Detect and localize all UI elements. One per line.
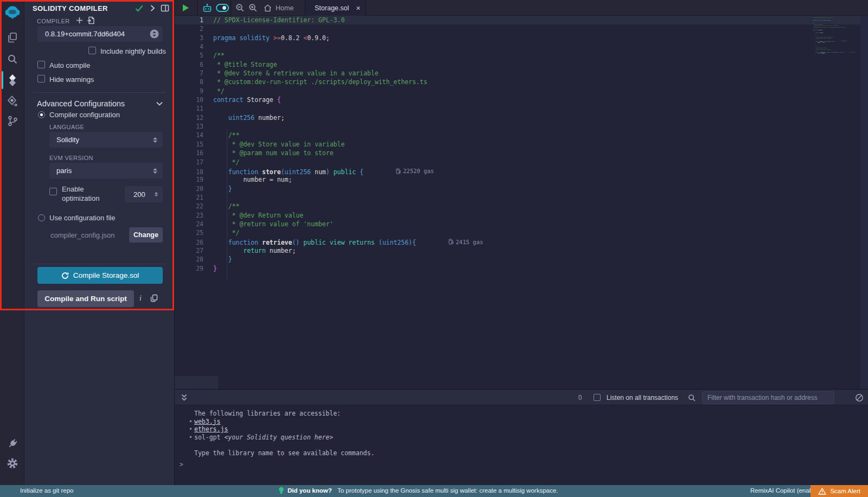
chevron-down-icon[interactable] bbox=[156, 101, 163, 106]
init-git-repo-button[interactable]: Initialize as git repo bbox=[20, 487, 73, 494]
line-number[interactable]: 19 bbox=[175, 175, 203, 184]
compile-button[interactable]: Compile Storage.sol bbox=[37, 267, 163, 284]
horizontal-scrollbar-thumb[interactable] bbox=[175, 376, 218, 389]
chevron-right-icon[interactable] bbox=[149, 4, 156, 12]
config-file-name[interactable]: compiler_config.json bbox=[50, 231, 115, 239]
code-line[interactable]: 19 number = num; bbox=[175, 175, 868, 184]
line-number[interactable]: 29 bbox=[175, 264, 203, 273]
tab-home[interactable]: Home bbox=[257, 0, 300, 16]
scam-alert-badge[interactable]: Scam Alert bbox=[810, 485, 868, 497]
code-line[interactable]: 28 } bbox=[175, 255, 868, 264]
open-compiler-file-icon[interactable] bbox=[87, 16, 95, 24]
line-number[interactable]: 10 bbox=[175, 95, 203, 104]
code-line[interactable]: 23 * @dev Return value bbox=[175, 211, 868, 220]
terminal-prompt[interactable]: > bbox=[180, 461, 183, 468]
evm-version-select[interactable]: paris bbox=[49, 163, 163, 179]
line-number[interactable]: 16 bbox=[175, 149, 203, 157]
code-line[interactable]: 27 return number; bbox=[175, 246, 868, 255]
editor-scrollbar[interactable] bbox=[860, 16, 868, 389]
line-number[interactable]: 6 bbox=[175, 60, 203, 69]
advanced-configurations-header[interactable]: Advanced Configurations bbox=[37, 99, 125, 108]
tab-storage-sol[interactable]: Storage.sol × bbox=[305, 0, 366, 16]
line-number[interactable]: 20 bbox=[175, 184, 203, 193]
line-number[interactable]: 17 bbox=[175, 158, 203, 167]
compile-success-check-icon[interactable] bbox=[135, 5, 143, 12]
run-script-play-button[interactable] bbox=[177, 0, 194, 16]
copy-icon[interactable] bbox=[150, 294, 158, 302]
code-line[interactable]: 24 * @return value of 'number' bbox=[175, 220, 868, 228]
zoom-out-icon[interactable] bbox=[233, 0, 247, 16]
ai-copilot-robot-icon[interactable] bbox=[199, 0, 215, 16]
code-line[interactable]: 25 */ bbox=[175, 228, 868, 237]
line-number[interactable]: 7 bbox=[175, 69, 203, 78]
code-line[interactable]: 7 * @dev Store & retrieve value in a var… bbox=[175, 69, 868, 78]
copilot-toggle-switch[interactable] bbox=[214, 0, 231, 16]
code-line[interactable]: 12 uint256 number; bbox=[175, 113, 868, 122]
code-line[interactable]: 2 bbox=[175, 24, 868, 33]
add-compiler-icon[interactable] bbox=[76, 17, 83, 24]
close-tab-icon[interactable]: × bbox=[356, 4, 360, 12]
compiler-configuration-radio[interactable] bbox=[38, 111, 45, 118]
code-line[interactable]: 4 bbox=[175, 42, 868, 51]
pin-panel-icon[interactable] bbox=[161, 4, 169, 12]
settings-gear-icon[interactable] bbox=[0, 454, 24, 473]
deploy-and-run-icon[interactable] bbox=[0, 92, 24, 111]
line-number[interactable]: 15 bbox=[175, 140, 203, 149]
info-icon[interactable]: i bbox=[139, 294, 142, 303]
transaction-filter-input[interactable] bbox=[702, 391, 834, 404]
code-line[interactable]: 29} bbox=[175, 264, 868, 273]
nightly-builds-checkbox[interactable] bbox=[88, 47, 96, 54]
git-icon[interactable] bbox=[0, 111, 24, 131]
hide-warnings-checkbox[interactable] bbox=[37, 75, 45, 82]
code-line[interactable]: 1// SPDX-License-Identifier: GPL-3.0 bbox=[175, 16, 868, 24]
line-number[interactable]: 12 bbox=[175, 113, 203, 122]
optimization-runs-input[interactable]: 200 bbox=[125, 186, 163, 202]
line-number[interactable]: 5 bbox=[175, 51, 203, 60]
file-explorer-icon[interactable] bbox=[0, 28, 24, 47]
line-number[interactable]: 21 bbox=[175, 193, 203, 202]
use-configuration-file-radio[interactable] bbox=[38, 214, 45, 221]
enable-optimization-checkbox[interactable] bbox=[49, 188, 57, 195]
code-line[interactable]: 21 bbox=[175, 193, 868, 202]
code-line[interactable]: 18 function store(uint256 num) public {2… bbox=[175, 167, 868, 175]
code-line[interactable]: 11 bbox=[175, 104, 868, 113]
compile-and-run-button[interactable]: Compile and Run script bbox=[37, 290, 134, 307]
code-line[interactable]: 15 * @dev Store value in variable bbox=[175, 140, 868, 149]
line-number[interactable]: 1 bbox=[175, 16, 203, 24]
plugin-manager-icon[interactable] bbox=[0, 434, 24, 454]
code-line[interactable]: 8 * @custom:dev-run-script ./scripts/dep… bbox=[175, 78, 868, 86]
code-line[interactable]: 10contract Storage { bbox=[175, 95, 868, 104]
line-number[interactable]: 9 bbox=[175, 87, 203, 95]
code-line[interactable]: 3pragma solidity >=0.8.2 <0.9.0; bbox=[175, 34, 868, 42]
code-line[interactable]: 14 /** bbox=[175, 131, 868, 139]
listen-transactions-checkbox[interactable] bbox=[593, 394, 601, 401]
line-number[interactable]: 13 bbox=[175, 122, 203, 131]
solidity-compiler-icon[interactable] bbox=[0, 71, 24, 90]
line-number[interactable]: 3 bbox=[175, 34, 203, 42]
line-number[interactable]: 8 bbox=[175, 78, 203, 86]
code-line[interactable]: 17 */ bbox=[175, 158, 868, 167]
code-line[interactable]: 13 bbox=[175, 122, 868, 131]
code-line[interactable]: 26 function retrieve() public view retur… bbox=[175, 238, 868, 246]
line-number[interactable]: 14 bbox=[175, 131, 203, 139]
code-line[interactable]: 16 * @param num value to store bbox=[175, 149, 868, 157]
clear-console-icon[interactable] bbox=[855, 393, 864, 402]
line-number[interactable]: 27 bbox=[175, 246, 203, 255]
editor-minimap[interactable]: // SPDX-License-Identifier: GPL-3.0pragm… bbox=[813, 17, 859, 82]
search-icon[interactable] bbox=[0, 49, 24, 69]
line-number[interactable]: 28 bbox=[175, 255, 203, 264]
line-number[interactable]: 23 bbox=[175, 211, 203, 220]
compiler-version-select[interactable]: 0.8.19+commit.7dd6d404 bbox=[37, 26, 163, 42]
auto-compile-checkbox[interactable] bbox=[37, 61, 45, 68]
code-line[interactable]: 22 /** bbox=[175, 202, 868, 211]
line-number[interactable]: 11 bbox=[175, 104, 203, 113]
terminal-link[interactable]: web3.js bbox=[194, 418, 220, 425]
remix-logo[interactable] bbox=[0, 3, 24, 22]
code-line[interactable]: 6 * @title Storage bbox=[175, 60, 868, 69]
line-number[interactable]: 25 bbox=[175, 228, 203, 237]
expand-terminal-chevrons-icon[interactable] bbox=[180, 393, 188, 402]
line-number[interactable]: 22 bbox=[175, 202, 203, 211]
line-number[interactable]: 24 bbox=[175, 220, 203, 228]
code-editor[interactable]: 1// SPDX-License-Identifier: GPL-3.023pr… bbox=[175, 16, 868, 389]
terminal[interactable]: The following libraries are accessible:•… bbox=[175, 405, 868, 485]
